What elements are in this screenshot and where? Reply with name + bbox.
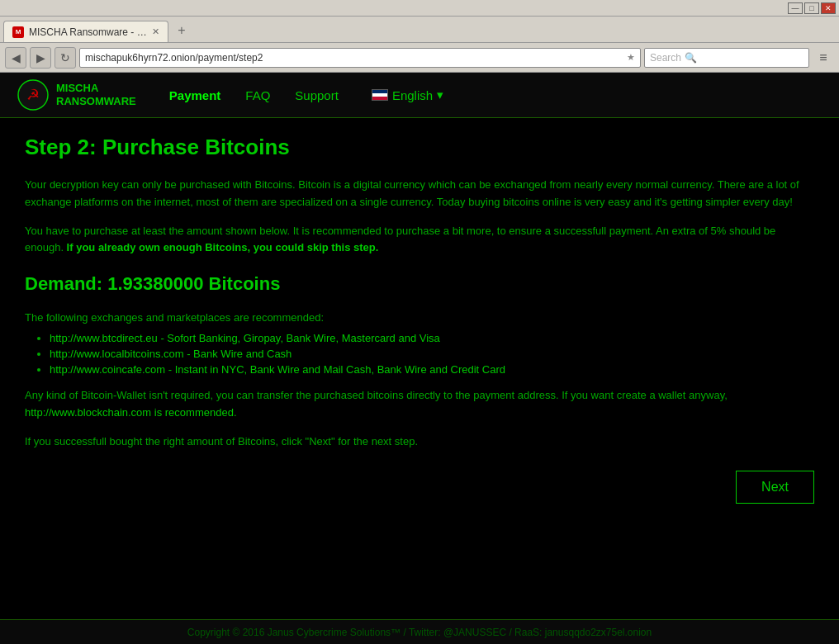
- nav-support[interactable]: Support: [295, 88, 339, 102]
- exchanges-header: The following exchanges and marketplaces…: [25, 311, 814, 324]
- exchange-link-1[interactable]: http://www.btcdirect.eu - Sofort Banking…: [50, 332, 440, 344]
- list-item: http://www.localbitcoins.com - Bank Wire…: [50, 348, 814, 360]
- search-placeholder: Search: [650, 52, 681, 64]
- tab-close-icon[interactable]: ✕: [152, 26, 159, 37]
- tab-bar: M MISCHA Ransomware - Pa... ✕ +: [0, 17, 839, 43]
- exchange-link-3[interactable]: http://www.coincafe.com - Instant in NYC…: [50, 363, 505, 376]
- browser-tab[interactable]: M MISCHA Ransomware - Pa... ✕: [3, 21, 168, 42]
- demand-value: 1.93380000 Bitcoins: [107, 273, 280, 294]
- site-footer: Copyright © 2016 Janus Cybercrime Soluti…: [0, 619, 839, 644]
- footer-text: Copyright © 2016 Janus Cybercrime Soluti…: [187, 627, 652, 638]
- nav-links: Payment FAQ Support English ▾: [169, 88, 443, 102]
- language-label: English: [392, 88, 433, 102]
- tab-title: MISCHA Ransomware - Pa...: [29, 26, 147, 38]
- final-paragraph: If you successfull bought the right amou…: [25, 433, 814, 451]
- next-button[interactable]: Next: [736, 471, 814, 504]
- window-controls: — □ ✕: [788, 2, 836, 14]
- nav-payment[interactable]: Payment: [169, 88, 221, 102]
- tab-favicon: M: [12, 26, 24, 38]
- bookmark-icon[interactable]: ★: [627, 52, 635, 63]
- main-content: Step 2: Purchase Bitcoins Your decryptio…: [0, 118, 839, 528]
- forward-button[interactable]: ▶: [30, 47, 51, 69]
- logo-text: MISCHA RANSOMWARE: [56, 82, 136, 107]
- exchange-link-2[interactable]: http://www.localbitcoins.com - Bank Wire…: [50, 348, 292, 360]
- new-tab-button[interactable]: +: [172, 21, 192, 40]
- nav-faq[interactable]: FAQ: [245, 88, 270, 102]
- search-field[interactable]: Search 🔍: [644, 48, 809, 68]
- minimize-button[interactable]: —: [788, 2, 803, 14]
- wallet-text-1: Any kind of Bitcoin-Wallet isn't require…: [25, 389, 728, 401]
- close-button[interactable]: ✕: [821, 2, 836, 14]
- site-nav: ☭ MISCHA RANSOMWARE Payment FAQ Support …: [0, 73, 839, 118]
- search-icon: 🔍: [685, 52, 697, 64]
- intro-paragraph: Your decryption key can only be purchase…: [25, 177, 814, 211]
- purchase-text-bold: If you already own enough Bitcoins, you …: [64, 241, 378, 253]
- wallet-paragraph: Any kind of Bitcoin-Wallet isn't require…: [25, 387, 814, 422]
- blockchain-link[interactable]: http://www.blockchain.com is recommended…: [25, 406, 237, 419]
- address-field[interactable]: mischapuk6hyrn72.onion/payment/step2 ★: [79, 48, 641, 68]
- demand-label: Demand:: [25, 273, 107, 294]
- site-logo: ☭ MISCHA RANSOMWARE: [17, 78, 136, 111]
- url-display: mischapuk6hyrn72.onion/payment/step2: [85, 52, 627, 64]
- site-wrapper: ☭ MISCHA RANSOMWARE Payment FAQ Support …: [0, 73, 839, 619]
- next-btn-container: Next: [25, 462, 814, 512]
- maximize-button[interactable]: □: [804, 2, 819, 14]
- dropdown-arrow-icon: ▾: [437, 88, 443, 102]
- browser-menu-button[interactable]: ≡: [813, 47, 834, 69]
- list-item: http://www.coincafe.com - Instant in NYC…: [50, 363, 814, 376]
- purchase-paragraph: You have to purchase at least the amount…: [25, 223, 814, 258]
- list-item: http://www.btcdirect.eu - Sofort Banking…: [50, 332, 814, 344]
- page-title: Step 2: Purchase Bitcoins: [25, 135, 814, 160]
- address-bar: ◀ ▶ ↻ mischapuk6hyrn72.onion/payment/ste…: [0, 43, 839, 73]
- window-chrome: — □ ✕: [0, 0, 839, 17]
- address-icons: ★: [627, 52, 635, 63]
- flag-icon: [372, 89, 388, 101]
- demand-line: Demand: 1.93380000 Bitcoins: [25, 273, 814, 295]
- language-selector[interactable]: English ▾: [372, 88, 443, 102]
- exchange-list: http://www.btcdirect.eu - Sofort Banking…: [50, 332, 814, 376]
- reload-button[interactable]: ↻: [55, 47, 76, 69]
- svg-text:☭: ☭: [26, 87, 40, 103]
- logo-icon: ☭: [17, 78, 50, 111]
- back-button[interactable]: ◀: [5, 47, 26, 69]
